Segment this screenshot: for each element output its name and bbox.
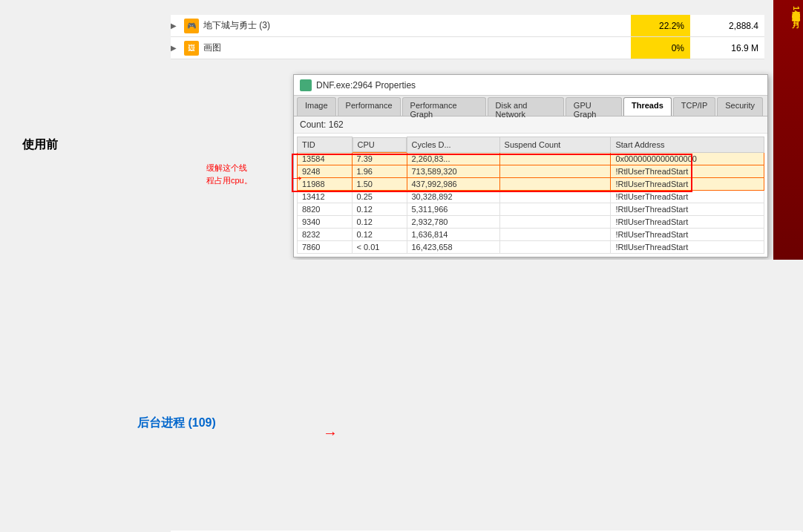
dialog-icon xyxy=(300,79,312,91)
process-name-dnf: 地下城与勇士 (3) xyxy=(203,19,631,32)
annotation-text-before: 缓解这个线程占用cpu。 xyxy=(206,163,252,185)
cpu-value-dnf: 22.2% xyxy=(631,15,690,36)
tab-performance[interactable]: Performance xyxy=(338,97,401,116)
col-cycles[interactable]: Cycles D... xyxy=(407,137,499,153)
dialog-tabs-before[interactable]: Image Performance Performance Graph Disk… xyxy=(294,96,767,116)
table-row[interactable]: 82320.121,636,814!RtlUserThreadStart xyxy=(298,228,764,240)
tab-disk-network[interactable]: Disk and Network xyxy=(488,97,564,116)
expand-arrow: ▶ xyxy=(171,22,177,30)
tab-security[interactable]: Security xyxy=(717,97,763,116)
tm-row-dnf-before: ▶ 🎮 地下城与勇士 (3) 22.2% 2,888.4 xyxy=(171,15,764,37)
mem-value-dnf: 2,888.4 xyxy=(690,21,764,31)
tm-row-paint-before: ▶ 🖼 画图 0% 16.9 M xyxy=(171,37,764,59)
dialog-title-before: DNF.exe:2964 Properties xyxy=(316,80,416,91)
paint-icon: 🖼 xyxy=(184,41,199,56)
table-row[interactable]: 93400.122,932,780!RtlUserThreadStart xyxy=(298,215,764,228)
dialog-body-before: TID CPU Cycles D... Suspend Count Start … xyxy=(294,134,767,257)
col-tid[interactable]: TID xyxy=(298,137,353,153)
table-row[interactable]: 7860< 0.0116,423,658!RtlUserThreadStart xyxy=(298,240,764,253)
table-row[interactable]: 135847.392,260,83...0x0000000000000000 xyxy=(298,152,764,165)
tab-gpu-graph[interactable]: GPU Graph xyxy=(566,97,622,116)
process-name-paint: 画图 xyxy=(203,42,631,54)
arrow-after: → xyxy=(323,424,338,441)
cpu-value-paint: 0% xyxy=(631,37,690,59)
arrow-before: → xyxy=(289,169,300,180)
table-row[interactable]: 92481.96713,589,320!RtlUserThreadStart xyxy=(298,165,764,177)
col-suspend[interactable]: Suspend Count xyxy=(499,137,611,153)
col-cpu[interactable]: CPU xyxy=(353,137,407,152)
table-row[interactable]: 119881.50437,992,986!RtlUserThreadStart xyxy=(298,177,764,190)
game-icon: 🎮 xyxy=(184,19,199,33)
dialog-before: DNF.exe:2964 Properties Image Performanc… xyxy=(293,74,768,257)
tab-threads[interactable]: Threads xyxy=(623,97,672,116)
section-before: 使用前 ▶ 🎮 地下城与勇士 (3) 22.2% 2,888.4 ▶ 🖼 画图 … xyxy=(0,0,803,260)
tab-tcpip[interactable]: TCP/IP xyxy=(673,97,715,116)
expand-arrow-2: ▶ xyxy=(171,44,177,52)
label-before: 使用前 xyxy=(22,137,58,153)
mem-value-paint: 16.9 M xyxy=(690,43,764,53)
section-after: 使用后 ▶ 🗂 Windows 资源管理器 (4) 0.2% 119.8 MB … xyxy=(0,260,803,532)
annotation-before: 缓解这个线程占用cpu。 xyxy=(206,162,252,186)
dialog-count-before: Count: 162 xyxy=(294,116,767,134)
table-row[interactable]: 134120.2530,328,892!RtlUserThreadStart xyxy=(298,190,764,203)
backend-link[interactable]: 后台进程 (109) xyxy=(137,416,216,431)
table-row[interactable]: 88200.125,311,966!RtlUserThreadStart xyxy=(298,203,764,215)
dialog-titlebar-before: DNF.exe:2964 Properties xyxy=(294,75,767,96)
thread-table-before: TID CPU Cycles D... Suspend Count Start … xyxy=(297,137,764,254)
col-address[interactable]: Start Address xyxy=(611,137,764,153)
tab-perf-graph[interactable]: Performance Graph xyxy=(402,97,486,116)
tab-image[interactable]: Image xyxy=(297,97,336,116)
